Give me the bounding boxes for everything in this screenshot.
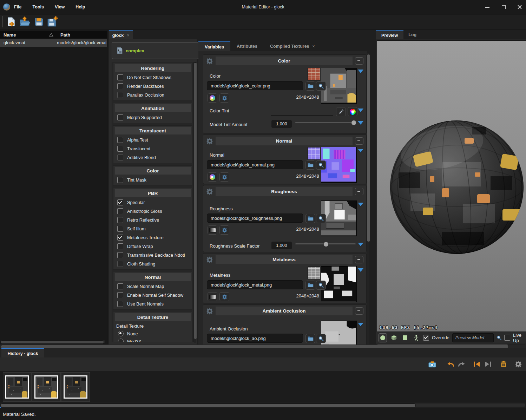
texture-settings-button[interactable]	[219, 93, 229, 103]
history-thumbnail-2[interactable]	[32, 372, 61, 402]
gear-icon[interactable]	[206, 308, 213, 315]
delete-history-button[interactable]	[499, 360, 508, 368]
model-tint-amount-slider[interactable]	[295, 120, 356, 125]
go-to-first-button[interactable]	[473, 360, 481, 368]
normal-path-field[interactable]: models\glock\glock_normal.png	[207, 160, 303, 169]
checkbox-render-backfaces[interactable]: Render Backfaces	[113, 82, 192, 91]
collapse-button[interactable]	[355, 256, 363, 263]
dropdown-icon[interactable]	[358, 70, 363, 73]
inspect-texture-button[interactable]	[316, 334, 326, 343]
texture-settings-button[interactable]	[219, 225, 229, 235]
checkbox-additive-blend[interactable]: Additive Blend	[113, 153, 192, 162]
texture-settings-button[interactable]	[219, 172, 229, 182]
history-thumbnail-1[interactable]	[3, 372, 32, 402]
roughness-scale-value[interactable]: 1.000	[271, 242, 292, 249]
tab-compiled-textures[interactable]: Compiled Textures ×	[264, 41, 321, 51]
tab-glock[interactable]: glock ×	[109, 30, 133, 40]
collapse-button[interactable]	[355, 57, 363, 65]
texture-settings-button[interactable]	[219, 292, 229, 301]
column-name[interactable]: Name	[0, 32, 49, 38]
color-picker-button[interactable]	[348, 107, 357, 116]
checkbox-morph-supported[interactable]: Morph Supported	[113, 113, 192, 122]
checkbox-metalness-texture[interactable]: Metalness Texture	[113, 233, 192, 242]
tab-variables[interactable]: Variables	[198, 41, 230, 52]
menu-help[interactable]: Help	[75, 4, 86, 11]
default-texture-thumbnail[interactable]	[308, 267, 320, 279]
tab-log[interactable]: Log	[403, 30, 421, 40]
radio-none[interactable]: None	[113, 330, 192, 337]
collapse-button[interactable]	[355, 188, 363, 195]
snapshot-button[interactable]	[428, 360, 436, 368]
roughness-path-field[interactable]: models\glock\glock_roughness.png	[207, 214, 303, 223]
menu-tools[interactable]: Tools	[32, 4, 45, 11]
browse-button[interactable]	[305, 214, 315, 223]
browse-button[interactable]	[305, 160, 315, 170]
new-material-button[interactable]	[5, 16, 18, 28]
tab-attributes[interactable]: Attributes	[230, 41, 264, 51]
browse-button[interactable]	[305, 281, 315, 290]
maximize-icon[interactable]	[501, 4, 506, 10]
override-checkbox[interactable]	[423, 335, 429, 341]
gear-icon[interactable]	[206, 256, 213, 263]
colorspace-button[interactable]	[208, 93, 217, 103]
grayscale-button[interactable]	[208, 292, 217, 301]
dropdown-icon[interactable]	[358, 243, 363, 246]
inspect-texture-button[interactable]	[316, 214, 326, 223]
material-sphere-preview[interactable]	[389, 120, 524, 255]
roughness-texture-preview[interactable]	[321, 201, 357, 236]
save-button[interactable]	[33, 16, 45, 28]
normal-texture-preview[interactable]	[321, 147, 357, 183]
history-settings-button[interactable]	[514, 360, 522, 368]
checkbox-translucent[interactable]: Translucent	[113, 144, 192, 153]
save-as-button[interactable]	[46, 16, 59, 28]
sphere-shape-button[interactable]	[379, 333, 387, 342]
inspect-texture-button[interactable]	[316, 160, 326, 170]
model-shape-button[interactable]	[412, 333, 420, 342]
tab-preview[interactable]: Preview	[376, 30, 403, 40]
grayscale-button[interactable]	[208, 225, 217, 235]
checkbox-retro-reflective[interactable]: Retro Reflective	[113, 216, 192, 224]
roughness-scale-slider[interactable]	[295, 242, 356, 246]
dropdown-icon[interactable]	[358, 268, 363, 272]
column-path[interactable]: Path	[53, 32, 70, 38]
checkbox-alpha-test[interactable]: Alpha Test	[113, 136, 192, 144]
open-material-button[interactable]	[18, 16, 31, 28]
checkbox-specular[interactable]: Specular	[113, 198, 192, 207]
3d-viewport[interactable]: 189.63 FPS (5.27ms)	[377, 40, 526, 332]
checkbox-do-not-cast-shadows[interactable]: Do Not Cast Shadows	[113, 73, 192, 82]
dropdown-icon[interactable]	[358, 323, 363, 326]
default-texture-thumbnail[interactable]	[308, 68, 320, 80]
tab-history-glock[interactable]: History - glock	[1, 348, 44, 358]
dropdown-icon[interactable]	[358, 109, 363, 112]
checkbox-scale-normal-map[interactable]: Scale Normal Map	[113, 282, 192, 291]
flags-vscrollbar[interactable]	[194, 62, 196, 343]
gear-icon[interactable]	[206, 188, 213, 195]
undo-button[interactable]	[446, 360, 455, 368]
inspect-texture-button[interactable]	[316, 281, 326, 290]
browse-button[interactable]	[305, 81, 315, 91]
menu-file[interactable]: File	[13, 4, 22, 11]
preview-model-input[interactable]	[452, 333, 494, 342]
minimize-icon[interactable]	[485, 4, 490, 10]
sort-ascending-icon[interactable]	[49, 33, 53, 37]
checkbox-enable-normal-self-shadow[interactable]: Enable Normal Self Shadow	[113, 291, 192, 300]
color-tint-swatch[interactable]	[271, 107, 333, 116]
history-hscrollbar[interactable]	[1, 403, 525, 407]
checkbox-cloth-shading[interactable]: Cloth Shading	[113, 260, 192, 268]
color-texture-preview[interactable]	[321, 68, 357, 104]
collapse-button[interactable]	[355, 307, 363, 315]
file-row-glock[interactable]: glock.vmat models/glock/glock.vmat	[0, 39, 107, 47]
metalness-path-field[interactable]: models\glock\glock_metal.png	[207, 280, 303, 289]
menu-view[interactable]: View	[54, 4, 65, 11]
default-texture-thumbnail[interactable]	[308, 147, 320, 160]
magnifier-icon[interactable]	[497, 335, 501, 341]
cube-shape-button[interactable]	[390, 333, 398, 342]
go-to-last-button[interactable]	[484, 360, 492, 368]
variables-vscrollbar[interactable]	[367, 53, 369, 344]
checkbox-use-bent-normals[interactable]: Use Bent Normals	[113, 300, 192, 308]
collapse-button[interactable]	[355, 137, 363, 145]
checkbox-parallax-occlusion[interactable]: Parallax Occlusion	[113, 91, 192, 99]
tab-close-icon[interactable]: ×	[127, 33, 129, 38]
ao-path-field[interactable]: models\glock\glock_ao.png	[207, 334, 303, 343]
gear-icon[interactable]	[206, 138, 213, 145]
